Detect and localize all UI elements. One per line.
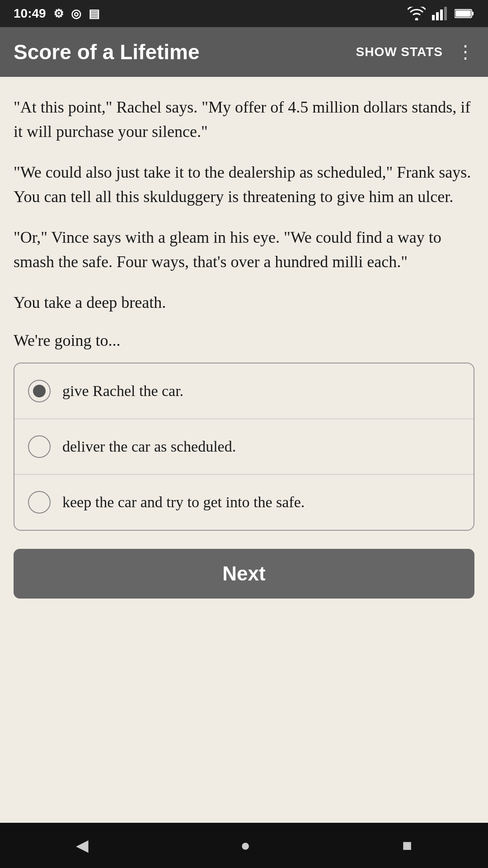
status-bar: 10:49 ⚙ ◎ ▤ bbox=[0, 0, 488, 27]
svg-rect-2 bbox=[440, 9, 443, 20]
status-left: 10:49 ⚙ ◎ ▤ bbox=[14, 6, 100, 21]
gear-icon: ⚙ bbox=[53, 7, 64, 21]
radio-button-2[interactable] bbox=[28, 435, 51, 458]
home-nav-icon[interactable]: ● bbox=[240, 836, 250, 855]
choice-item-2[interactable]: deliver the car as scheduled. bbox=[14, 419, 474, 475]
choices-container: give Rachel the car. deliver the car as … bbox=[14, 363, 474, 531]
story-paragraph-3: "Or," Vince says with a gleam in his eye… bbox=[14, 225, 474, 274]
svg-rect-5 bbox=[472, 12, 474, 15]
choice-item-3[interactable]: keep the car and try to get into the saf… bbox=[14, 475, 474, 530]
at-icon: ◎ bbox=[71, 7, 81, 21]
svg-rect-1 bbox=[436, 12, 439, 20]
svg-rect-3 bbox=[444, 7, 447, 20]
recent-nav-icon[interactable]: ■ bbox=[402, 836, 412, 855]
choice-label-3: keep the car and try to get into the saf… bbox=[62, 494, 305, 511]
radio-button-3[interactable] bbox=[28, 491, 51, 514]
content-area: "At this point," Rachel says. "My offer … bbox=[0, 77, 488, 823]
show-stats-button[interactable]: SHOW STATS bbox=[356, 45, 443, 59]
choice-item-1[interactable]: give Rachel the car. bbox=[14, 363, 474, 419]
svg-rect-6 bbox=[455, 10, 471, 17]
svg-rect-0 bbox=[432, 15, 435, 20]
app-bar: Score of a Lifetime SHOW STATS ⋮ bbox=[0, 27, 488, 77]
signal-icon bbox=[432, 7, 448, 20]
story-paragraph-4: You take a deep breath. bbox=[14, 290, 474, 315]
wifi-icon bbox=[408, 7, 426, 20]
choice-label-1: give Rachel the car. bbox=[62, 382, 183, 400]
next-button[interactable]: Next bbox=[14, 549, 474, 599]
status-right bbox=[408, 7, 474, 20]
choice-label-2: deliver the car as scheduled. bbox=[62, 438, 236, 455]
bottom-navigation: ◀ ● ■ bbox=[0, 823, 488, 868]
app-title: Score of a Lifetime bbox=[14, 40, 356, 64]
more-options-icon[interactable]: ⋮ bbox=[456, 43, 474, 61]
story-paragraph-1: "At this point," Rachel says. "My offer … bbox=[14, 95, 474, 144]
card-icon: ▤ bbox=[89, 7, 100, 21]
radio-inner-1 bbox=[33, 385, 46, 397]
battery-icon bbox=[455, 8, 474, 19]
time-display: 10:49 bbox=[14, 6, 46, 21]
back-nav-icon[interactable]: ◀ bbox=[76, 836, 89, 855]
radio-button-1[interactable] bbox=[28, 380, 51, 402]
story-prompt: We're going to... bbox=[14, 331, 474, 350]
story-paragraph-2: "We could also just take it to the deale… bbox=[14, 160, 474, 209]
